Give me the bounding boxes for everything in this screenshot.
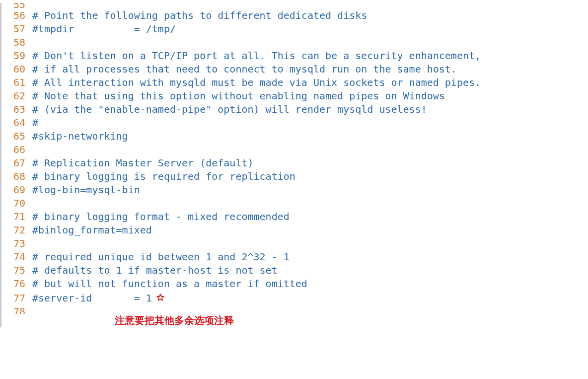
code-text: # required unique id between 1 and 2^32 … bbox=[32, 250, 290, 264]
line-number: 74 bbox=[5, 250, 25, 264]
star-icon bbox=[155, 292, 166, 303]
code-line: 60# if all processes that need to connec… bbox=[0, 63, 588, 76]
code-line: 69#log-bin=mysql-bin bbox=[0, 183, 588, 197]
code-text: #tmpdir = /tmp/ bbox=[32, 22, 176, 36]
line-number: 69 bbox=[5, 183, 25, 197]
code-line: 77#server-id = 1 bbox=[0, 291, 588, 305]
code-line: 78 bbox=[0, 305, 588, 314]
line-number: 60 bbox=[5, 63, 25, 76]
code-text: # bbox=[32, 116, 38, 130]
code-text: # defaults to 1 if master-host is not se… bbox=[32, 264, 278, 277]
code-line: 75# defaults to 1 if master-host is not … bbox=[0, 264, 588, 277]
line-number: 58 bbox=[5, 36, 25, 49]
line-number: 56 bbox=[5, 9, 25, 22]
code-text: # All interaction with mysqld must be ma… bbox=[32, 76, 481, 89]
line-number: 64 bbox=[5, 116, 25, 130]
code-line: 61# All interaction with mysqld must be … bbox=[0, 76, 588, 89]
code-text: # if all processes that need to connect … bbox=[32, 63, 457, 76]
code-text: # binary logging is required for replica… bbox=[32, 170, 295, 183]
code-line: 57#tmpdir = /tmp/ bbox=[0, 22, 588, 36]
code-line: 65#skip-networking bbox=[0, 130, 588, 143]
code-line: 71# binary logging format - mixed recomm… bbox=[0, 210, 588, 224]
code-line: 62# Note that using this option without … bbox=[0, 89, 588, 103]
line-number: 57 bbox=[5, 22, 25, 36]
code-text: #skip-networking bbox=[32, 130, 128, 143]
code-line: 58 bbox=[0, 36, 588, 49]
line-number: 66 bbox=[5, 143, 25, 156]
line-number: 55 bbox=[5, 3, 25, 9]
line-number: 76 bbox=[5, 277, 25, 291]
code-line: 56# Point the following paths to differe… bbox=[0, 9, 588, 22]
code-line: 66 bbox=[0, 143, 588, 156]
code-line: 64# bbox=[0, 116, 588, 130]
code-line: 72#binlog_format=mixed bbox=[0, 224, 588, 237]
annotation-row: 注意要把其他多余选项注释 bbox=[0, 314, 588, 327]
code-line: 59# Don't listen on a TCP/IP port at all… bbox=[0, 49, 588, 63]
code-text: # (via the "enable-named-pipe" option) w… bbox=[32, 103, 427, 116]
annotation-text: 注意要把其他多余选项注释 bbox=[115, 314, 234, 327]
line-number: 70 bbox=[5, 197, 25, 210]
line-number: 67 bbox=[5, 156, 25, 170]
code-editor: 5556# Point the following paths to diffe… bbox=[0, 0, 588, 337]
code-line: 76# but will not function as a master if… bbox=[0, 277, 588, 291]
line-number: 65 bbox=[5, 130, 25, 143]
line-number: 77 bbox=[5, 292, 25, 305]
code-text: # binary logging format - mixed recommen… bbox=[32, 210, 290, 224]
code-text: #log-bin=mysql-bin bbox=[32, 183, 140, 197]
code-text: # Replication Master Server (default) bbox=[32, 156, 254, 170]
line-number: 59 bbox=[5, 49, 25, 63]
line-number: 68 bbox=[5, 170, 25, 183]
line-number: 72 bbox=[5, 224, 25, 237]
line-number: 63 bbox=[5, 103, 25, 116]
code-text: #binlog_format=mixed bbox=[32, 224, 152, 237]
line-number: 61 bbox=[5, 76, 25, 89]
code-line: 67# Replication Master Server (default) bbox=[0, 156, 588, 170]
code-line: 74# required unique id between 1 and 2^3… bbox=[0, 250, 588, 264]
line-number: 75 bbox=[5, 264, 25, 277]
line-number: 78 bbox=[5, 305, 25, 314]
code-text: #server-id = 1 bbox=[32, 292, 152, 305]
line-number: 71 bbox=[5, 210, 25, 224]
code-line: 68# binary logging is required for repli… bbox=[0, 170, 588, 183]
line-number: 62 bbox=[5, 89, 25, 103]
code-text: # but will not function as a master if o… bbox=[32, 277, 307, 291]
code-text: # Point the following paths to different… bbox=[32, 9, 367, 22]
code-line: 73 bbox=[0, 237, 588, 250]
code-text: # Note that using this option without en… bbox=[32, 89, 445, 103]
code-text: # Don't listen on a TCP/IP port at all. … bbox=[32, 49, 481, 63]
line-number: 73 bbox=[5, 237, 25, 250]
code-line: 70 bbox=[0, 197, 588, 210]
code-line: 63# (via the "enable-named-pipe" option)… bbox=[0, 103, 588, 116]
code-line: 55 bbox=[0, 3, 588, 9]
